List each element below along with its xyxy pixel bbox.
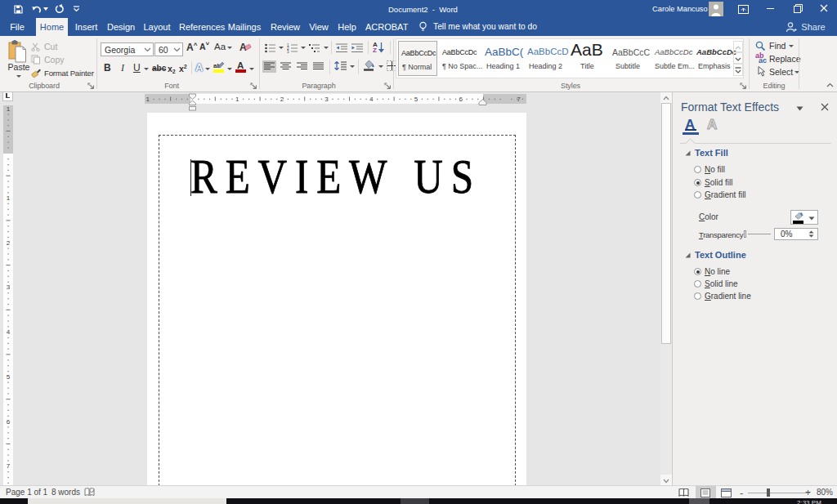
svg-text:7: 7 [517, 96, 521, 103]
svg-text:3: 3 [287, 50, 289, 53]
svg-text:7: 7 [7, 462, 11, 470]
svg-text:3: 3 [325, 96, 329, 103]
svg-text:4: 4 [369, 96, 374, 103]
svg-text:1: 1 [235, 96, 239, 103]
svg-text:6: 6 [7, 418, 11, 426]
svg-text:2: 2 [280, 96, 284, 103]
svg-text:5: 5 [7, 373, 11, 381]
svg-text:3: 3 [7, 283, 11, 291]
svg-text:6: 6 [459, 96, 463, 103]
svg-text:4: 4 [7, 328, 11, 336]
svg-text:5: 5 [414, 96, 418, 103]
svg-text:1: 1 [7, 105, 11, 113]
svg-text:1: 1 [7, 194, 11, 202]
svg-text:2: 2 [7, 239, 11, 247]
svg-text:1: 1 [146, 96, 150, 103]
